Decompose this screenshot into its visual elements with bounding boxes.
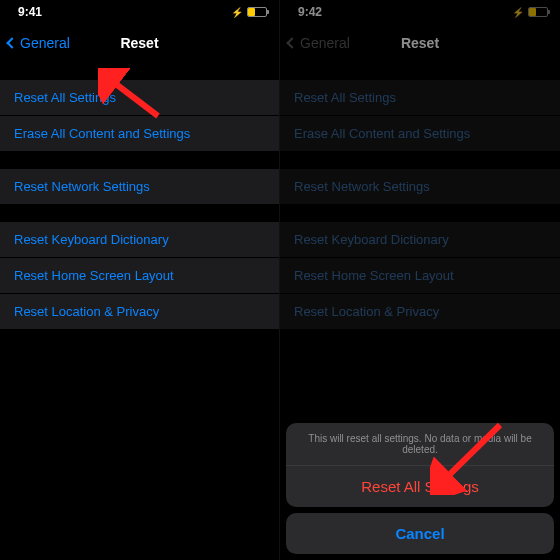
- status-bar: 9:42 ⚡: [280, 0, 560, 24]
- status-time: 9:42: [298, 5, 322, 19]
- back-button[interactable]: General: [8, 35, 70, 51]
- charging-icon: ⚡: [231, 7, 243, 18]
- status-time: 9:41: [18, 5, 42, 19]
- group-2: Reset Network Settings: [280, 169, 560, 204]
- status-right: ⚡: [231, 7, 267, 18]
- action-sheet-reset-button[interactable]: Reset All Settings: [286, 466, 554, 507]
- charging-icon: ⚡: [512, 7, 524, 18]
- action-sheet-cancel-button[interactable]: Cancel: [286, 513, 554, 554]
- row-reset-all-settings: Reset All Settings: [280, 80, 560, 116]
- back-label: General: [300, 35, 350, 51]
- group-3: Reset Keyboard Dictionary Reset Home Scr…: [280, 222, 560, 329]
- battery-icon: [528, 7, 548, 17]
- screenshot-right: 9:42 ⚡ General Reset Reset All Settings …: [280, 0, 560, 560]
- group-3: Reset Keyboard Dictionary Reset Home Scr…: [0, 222, 279, 329]
- action-sheet-top: This will reset all settings. No data or…: [286, 423, 554, 507]
- row-erase-all-content: Erase All Content and Settings: [280, 116, 560, 151]
- row-reset-all-settings[interactable]: Reset All Settings: [0, 80, 279, 116]
- back-label: General: [20, 35, 70, 51]
- screenshot-left: 9:41 ⚡ General Reset Reset All Settings …: [0, 0, 280, 560]
- status-right: ⚡: [512, 7, 548, 18]
- group-1: Reset All Settings Erase All Content and…: [280, 80, 560, 151]
- group-2: Reset Network Settings: [0, 169, 279, 204]
- row-reset-location-privacy: Reset Location & Privacy: [280, 294, 560, 329]
- row-reset-home-screen[interactable]: Reset Home Screen Layout: [0, 258, 279, 294]
- action-sheet: This will reset all settings. No data or…: [286, 423, 554, 554]
- row-reset-keyboard[interactable]: Reset Keyboard Dictionary: [0, 222, 279, 258]
- nav-bar: General Reset: [0, 24, 279, 62]
- row-erase-all-content[interactable]: Erase All Content and Settings: [0, 116, 279, 151]
- battery-icon: [247, 7, 267, 17]
- nav-bar: General Reset: [280, 24, 560, 62]
- chevron-left-icon: [286, 37, 297, 48]
- row-reset-location-privacy[interactable]: Reset Location & Privacy: [0, 294, 279, 329]
- status-bar: 9:41 ⚡: [0, 0, 279, 24]
- back-button[interactable]: General: [288, 35, 350, 51]
- group-1: Reset All Settings Erase All Content and…: [0, 80, 279, 151]
- action-sheet-message: This will reset all settings. No data or…: [286, 423, 554, 466]
- chevron-left-icon: [6, 37, 17, 48]
- row-reset-network[interactable]: Reset Network Settings: [0, 169, 279, 204]
- row-reset-network: Reset Network Settings: [280, 169, 560, 204]
- row-reset-keyboard: Reset Keyboard Dictionary: [280, 222, 560, 258]
- row-reset-home-screen: Reset Home Screen Layout: [280, 258, 560, 294]
